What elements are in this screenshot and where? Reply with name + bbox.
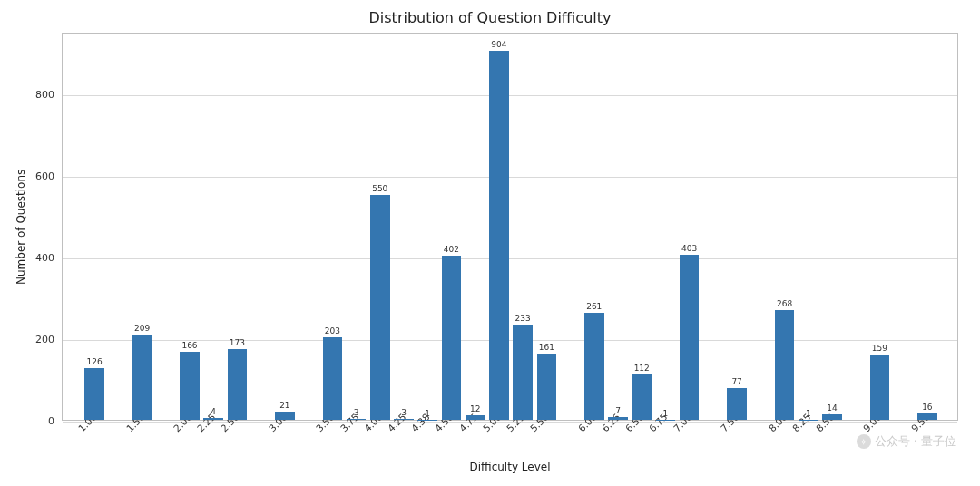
bar-value-label: 1: [425, 409, 430, 418]
grid-line: [63, 177, 957, 178]
bar: [537, 354, 557, 420]
bar-value-label: 173: [230, 338, 245, 347]
bar-value-label: 159: [872, 344, 887, 353]
bar: [632, 374, 652, 420]
bar-value-label: 904: [491, 40, 506, 49]
bar: [180, 352, 200, 420]
bar: [822, 414, 842, 420]
y-tick-label: 0: [48, 415, 54, 427]
bar-value-label: 12: [470, 404, 480, 413]
bar: [275, 412, 295, 420]
x-axis-label: Difficulty Level: [62, 461, 958, 473]
bar-value-label: 16: [922, 403, 932, 412]
y-tick-label: 800: [35, 88, 54, 100]
bar-value-label: 14: [827, 403, 837, 413]
bar-value-label: 261: [586, 302, 602, 311]
bar: [513, 325, 533, 420]
bar-value-label: 126: [87, 357, 103, 366]
bar-value-label: 3: [354, 408, 359, 417]
bar-value-label: 403: [681, 244, 697, 253]
bar-value-label: 4: [211, 407, 216, 416]
grid-line: [63, 258, 957, 259]
bar-value-label: 1: [663, 409, 669, 418]
bar: [870, 355, 890, 420]
bar: [323, 337, 343, 420]
bar-value-label: 268: [777, 299, 792, 308]
y-tick-label: 400: [35, 251, 54, 263]
bar: [394, 419, 414, 420]
bar: [370, 195, 390, 420]
bar: [228, 349, 248, 420]
bar-value-label: 7: [615, 406, 621, 415]
bar: [727, 388, 747, 420]
bar-value-label: 402: [444, 245, 459, 254]
bar-value-label: 3: [401, 408, 407, 417]
bar-value-label: 77: [731, 377, 741, 386]
bar: [917, 413, 937, 420]
bar-value-label: 166: [181, 341, 197, 350]
bar-value-label: 550: [372, 184, 387, 193]
bar: [489, 51, 509, 420]
bar: [442, 256, 462, 420]
bar-value-label: 209: [134, 324, 150, 333]
y-tick-label: 600: [35, 170, 54, 181]
bar-value-label: 112: [634, 364, 650, 373]
bar: [84, 368, 104, 420]
bar: [608, 417, 628, 420]
chart-container: Distribution of Question Difficulty Numb…: [7, 7, 973, 479]
bar: [132, 335, 152, 420]
bar: [466, 415, 485, 420]
plot-area: 1262091664173212033550314021290423316126…: [62, 33, 958, 421]
chart-title: Distribution of Question Difficulty: [7, 7, 973, 32]
bar-value-label: 161: [539, 343, 554, 352]
bar-value-label: 203: [325, 326, 340, 335]
bar: [680, 255, 700, 420]
bar-value-label: 233: [515, 314, 531, 323]
bar-value-label: 1: [806, 409, 811, 418]
bar: [584, 313, 604, 420]
bar: [203, 418, 223, 420]
y-tick-label: 200: [35, 333, 54, 345]
y-axis: 0200400600800: [7, 33, 60, 421]
bar: [775, 310, 795, 420]
grid-line: [63, 95, 957, 96]
bar: [347, 419, 367, 420]
bar-value-label: 21: [279, 401, 289, 410]
